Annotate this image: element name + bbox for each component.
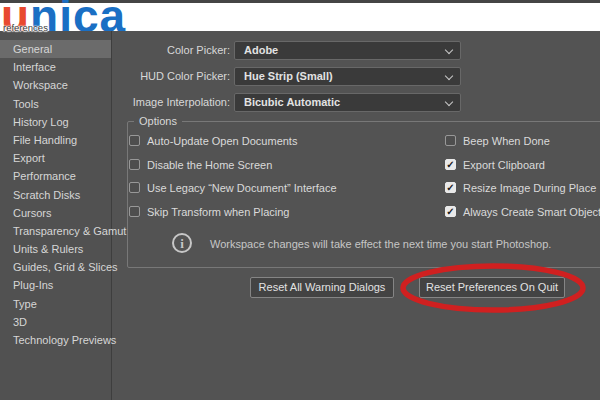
sidebar-item-scratch-disks[interactable]: Scratch Disks xyxy=(0,186,111,204)
export-clipboard-checkbox[interactable] xyxy=(445,159,456,170)
color-picker-label: Color Picker: xyxy=(112,41,230,60)
sidebar-item-history-log[interactable]: History Log xyxy=(0,113,111,131)
chevron-down-icon xyxy=(445,98,453,106)
sidebar-item-guides-grid-slices[interactable]: Guides, Grid & Slices xyxy=(0,258,111,276)
photoshop-preferences-window: unica references General Interface Works… xyxy=(0,0,600,400)
sidebar-item-3d[interactable]: 3D xyxy=(0,313,111,331)
color-picker-value: Adobe xyxy=(244,42,278,59)
chevron-down-icon xyxy=(445,72,453,80)
reset-all-warning-dialogs-button[interactable]: Reset All Warning Dialogs xyxy=(250,277,394,298)
sidebar-item-general[interactable]: General xyxy=(0,40,111,58)
resize-image-checkbox[interactable] xyxy=(445,182,456,193)
checkbox-label: Skip Transform when Placing xyxy=(147,205,289,219)
image-interpolation-value: Bicubic Automatic xyxy=(244,94,340,111)
legacy-new-doc-checkbox[interactable] xyxy=(129,182,140,193)
image-interpolation-label: Image Interpolation: xyxy=(112,93,230,112)
color-picker-select[interactable]: Adobe xyxy=(234,41,461,60)
auto-update-checkbox[interactable] xyxy=(129,135,140,146)
beep-when-done-checkbox[interactable] xyxy=(445,135,456,146)
hud-color-picker-value: Hue Strip (Small) xyxy=(244,68,333,85)
info-icon-glyph: i xyxy=(180,236,184,251)
skip-transform-checkbox[interactable] xyxy=(129,206,140,217)
workspace-info-text: Workspace changes will take effect the n… xyxy=(210,238,600,250)
options-legend: Options xyxy=(134,115,182,127)
checkbox-label: Use Legacy “New Document” Interface xyxy=(147,181,337,195)
checkbox-label: Auto-Update Open Documents xyxy=(147,134,297,148)
reset-preferences-on-quit-button[interactable]: Reset Preferences On Quit xyxy=(419,277,565,298)
checkbox-label: Disable the Home Screen xyxy=(147,158,272,172)
sidebar-item-interface[interactable]: Interface xyxy=(0,58,111,76)
hud-color-picker-label: HUD Color Picker: xyxy=(112,67,230,86)
image-interpolation-select[interactable]: Bicubic Automatic xyxy=(234,93,461,112)
sidebar-item-performance[interactable]: Performance xyxy=(0,167,111,185)
smart-object-checkbox[interactable] xyxy=(445,206,456,217)
sidebar-item-units-rulers[interactable]: Units & Rulers xyxy=(0,240,111,258)
checkbox-label: Beep When Done xyxy=(463,134,550,148)
sidebar-item-type[interactable]: Type xyxy=(0,295,111,313)
checkbox-label: Always Create Smart Object xyxy=(463,205,600,219)
sidebar-item-plug-ins[interactable]: Plug-Ins xyxy=(0,276,111,294)
sidebar-item-tools[interactable]: Tools xyxy=(0,95,111,113)
unica-logo-band: unica references xyxy=(0,3,600,31)
checkbox-label: Resize Image During Place xyxy=(463,181,596,195)
preferences-sidebar: General Interface Workspace Tools Histor… xyxy=(0,31,112,400)
hud-color-picker-select[interactable]: Hue Strip (Small) xyxy=(234,67,461,86)
sidebar-item-cursors[interactable]: Cursors xyxy=(0,204,111,222)
sidebar-item-export[interactable]: Export xyxy=(0,149,111,167)
chevron-down-icon xyxy=(445,46,453,54)
window-title-text: references xyxy=(3,22,48,33)
info-icon: i xyxy=(172,233,192,253)
sidebar-item-file-handling[interactable]: File Handling xyxy=(0,131,111,149)
sidebar-item-transparency-gamut[interactable]: Transparency & Gamut xyxy=(0,222,111,240)
disable-home-checkbox[interactable] xyxy=(129,159,140,170)
sidebar-item-technology-previews[interactable]: Technology Previews xyxy=(0,331,111,349)
sidebar-item-workspace[interactable]: Workspace xyxy=(0,76,111,94)
checkbox-label: Export Clipboard xyxy=(463,158,545,172)
